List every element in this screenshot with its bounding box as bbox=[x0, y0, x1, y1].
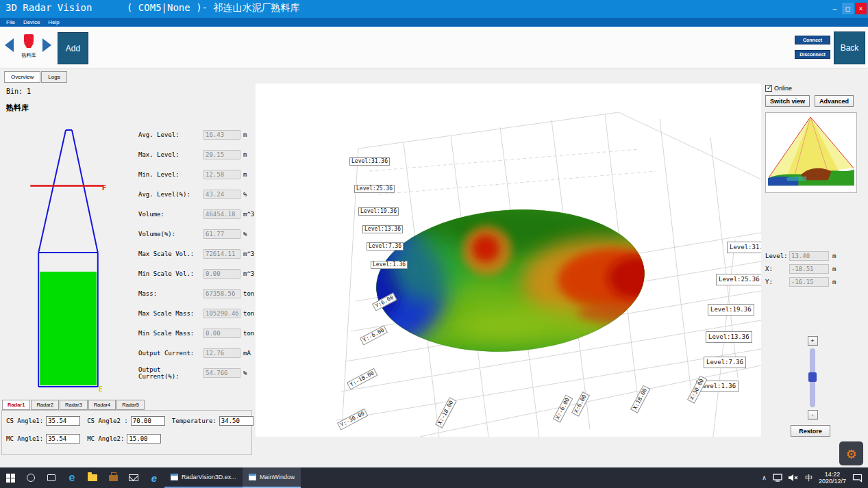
edge-icon: e bbox=[69, 472, 75, 483]
screenshot-tool-widget[interactable]: ⚙ bbox=[839, 441, 863, 465]
radar-tab-radar3[interactable]: Radar3 bbox=[60, 400, 88, 410]
taskbar-app-label: MainWindow bbox=[260, 474, 295, 480]
taskbar: e e RadarVision3D.ex...MainWindow ∧ 中 bbox=[0, 467, 868, 488]
restore-button[interactable]: Restore bbox=[791, 425, 830, 437]
field-value: 16.43 bbox=[203, 130, 240, 140]
radar-tab-radar4[interactable]: Radar4 bbox=[88, 400, 116, 410]
cortana-button[interactable] bbox=[21, 467, 41, 488]
param-input-4[interactable] bbox=[46, 434, 80, 444]
tabstrip: Overview Logs bbox=[4, 71, 68, 83]
readout-value: 13.40 bbox=[789, 251, 829, 261]
menu-item-device[interactable]: Device bbox=[19, 19, 44, 25]
bin-id: Bin: 1 bbox=[6, 88, 31, 95]
bin-shortcut[interactable]: 熟料库 bbox=[17, 34, 40, 59]
tab-logs[interactable]: Logs bbox=[41, 71, 66, 83]
ime-indicator[interactable]: 中 bbox=[805, 473, 813, 483]
maximize-button[interactable]: □ bbox=[842, 3, 854, 14]
field-row: Max. Level:20.15m bbox=[138, 144, 255, 164]
field-value: 43.24 bbox=[203, 190, 240, 199]
file-explorer-button[interactable] bbox=[82, 467, 103, 488]
menu-item-help[interactable]: Help bbox=[44, 19, 63, 25]
add-button[interactable]: Add bbox=[58, 32, 88, 64]
param-input-3[interactable] bbox=[219, 416, 253, 426]
taskbar-app-radarvision3dex[interactable]: RadarVision3D.ex... bbox=[164, 467, 243, 488]
level-tick-right: Level:19.36 bbox=[708, 304, 754, 316]
action-center-icon[interactable] bbox=[852, 474, 863, 483]
zoom-track[interactable] bbox=[810, 348, 815, 407]
radar-tab-radar2[interactable]: Radar2 bbox=[31, 400, 59, 410]
tab-overview[interactable]: Overview bbox=[4, 71, 40, 83]
field-row: Volume(%):61.77% bbox=[138, 224, 255, 244]
field-unit: mA bbox=[243, 350, 251, 357]
radar-tabs: Radar1Radar2Radar3Radar4Radar5 bbox=[2, 400, 145, 410]
readout-unit: m bbox=[832, 279, 836, 285]
online-label: Online bbox=[774, 85, 792, 92]
field-label: Volume(%): bbox=[138, 231, 203, 237]
close-button[interactable]: × bbox=[855, 3, 867, 14]
bin-fields: Avg. Level:16.43mMax. Level:20.15mMin. L… bbox=[138, 125, 255, 383]
zoom-in-button[interactable]: + bbox=[808, 336, 818, 346]
field-row: Max Scale Vol.:72614.11m^3 bbox=[138, 244, 255, 264]
windows-logo-icon bbox=[6, 474, 15, 483]
disconnect-button[interactable]: Disconnect bbox=[795, 50, 830, 59]
y-axis-tick: Y:6.00 bbox=[372, 293, 397, 311]
field-row: Min Scale Mass:0.00ton bbox=[138, 323, 255, 343]
back-button[interactable]: Back bbox=[834, 31, 865, 64]
readout-label: X: bbox=[765, 266, 789, 272]
field-row: Mass:67358.56ton bbox=[138, 283, 255, 303]
connect-button[interactable]: Connect bbox=[795, 36, 830, 44]
taskbar-clock[interactable]: 14:22 2020/12/7 bbox=[819, 471, 846, 485]
param-label: MC Angle1: bbox=[6, 435, 43, 442]
field-label: Mass: bbox=[138, 290, 203, 297]
switch-view-button[interactable]: Switch view bbox=[765, 95, 810, 107]
ie-button[interactable]: e bbox=[144, 467, 164, 488]
zoom-out-button[interactable]: - bbox=[808, 410, 818, 420]
param-input-1[interactable] bbox=[46, 416, 80, 426]
menubar: FileDeviceHelp bbox=[0, 18, 868, 27]
online-checkbox[interactable]: Online bbox=[765, 85, 792, 92]
start-button[interactable] bbox=[0, 467, 21, 488]
task-view-button[interactable] bbox=[41, 467, 62, 488]
prev-bin-arrow-icon[interactable] bbox=[5, 38, 14, 52]
level-tick-left: Level:31.36 bbox=[349, 157, 390, 166]
beam-preview bbox=[765, 112, 857, 193]
param-input-5[interactable] bbox=[127, 434, 161, 444]
field-row: Min. Level:12.58m bbox=[138, 164, 255, 184]
volume-icon[interactable] bbox=[789, 474, 799, 482]
param-label: MC Angle2: bbox=[87, 435, 124, 442]
network-icon[interactable] bbox=[773, 474, 782, 482]
briefcase-app-button[interactable] bbox=[103, 467, 123, 488]
x-axis-tick: X:18.00 bbox=[630, 385, 650, 413]
tray-expand-icon[interactable]: ∧ bbox=[762, 474, 767, 481]
edge-button[interactable]: e bbox=[62, 467, 82, 488]
param-label: CS Angle1: bbox=[6, 418, 43, 424]
zoom-slider: + - bbox=[804, 335, 821, 420]
task-view-icon bbox=[47, 474, 55, 481]
radar-tab-radar5[interactable]: Radar5 bbox=[116, 400, 145, 410]
field-label: Avg. Level: bbox=[138, 131, 203, 138]
field-value: 0.00 bbox=[203, 329, 240, 338]
system-tray: ∧ 中 14:22 2020/12/7 bbox=[762, 467, 868, 488]
next-bin-arrow-icon[interactable] bbox=[42, 38, 51, 52]
window-title: 3D Radar Vision ( COM5|None )- 祁连山水泥厂熟料库 bbox=[5, 2, 299, 14]
minimize-button[interactable]: – bbox=[829, 3, 841, 14]
toolbar: 熟料库 Add Connect Disconnect Back bbox=[0, 27, 868, 68]
param-input-2[interactable] bbox=[131, 416, 165, 426]
readout-row: X:-18.51m bbox=[765, 262, 867, 275]
field-value: 20.15 bbox=[203, 150, 240, 159]
titlebar: 3D Radar Vision ( COM5|None )- 祁连山水泥厂熟料库… bbox=[0, 0, 868, 18]
surface-plot[interactable]: Level:31.36Level:25.36Level:19.36Level:1… bbox=[256, 84, 761, 437]
menu-item-file[interactable]: File bbox=[2, 19, 19, 25]
radar-tab-radar1[interactable]: Radar1 bbox=[2, 400, 30, 410]
readout-value: -16.15 bbox=[789, 277, 829, 287]
field-unit: m bbox=[243, 131, 247, 138]
mail-button[interactable] bbox=[123, 467, 144, 488]
advanced-button[interactable]: Advanced bbox=[815, 95, 854, 107]
field-unit: m bbox=[243, 151, 247, 158]
zoom-handle[interactable] bbox=[808, 372, 817, 382]
field-unit: m bbox=[243, 171, 247, 178]
field-row: Volume:46454.18m^3 bbox=[138, 204, 255, 224]
level-tick-right: Level:25.36 bbox=[716, 274, 761, 285]
field-row: Avg. Level(%):43.24% bbox=[138, 184, 255, 204]
taskbar-app-mainwindow[interactable]: MainWindow bbox=[243, 467, 301, 488]
